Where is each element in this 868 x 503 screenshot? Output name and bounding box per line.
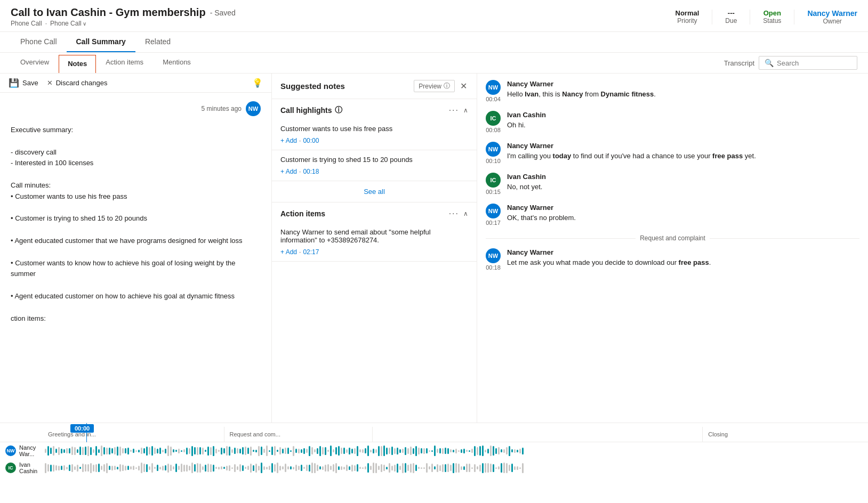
transcript-body-6: Nancy Warner Let me ask you what made yo…: [507, 248, 859, 271]
search-input[interactable]: [777, 59, 851, 67]
preview-badge[interactable]: Preview ⓘ: [414, 80, 455, 92]
transcript-meta-1: NW 00:04: [486, 80, 501, 102]
timeline-segments: Greetings and in... Request and com... C…: [43, 427, 868, 442]
bulb-icon[interactable]: 💡: [252, 78, 263, 87]
action-item-time-1[interactable]: 02:17: [303, 248, 319, 256]
meta-divider-1: [712, 10, 712, 25]
owner-label: Owner: [823, 18, 842, 25]
highlight-actions-1: + Add · 00:00: [280, 137, 468, 144]
save-button[interactable]: 💾 Save: [9, 78, 38, 88]
call-highlights-actions: ··· ∧: [449, 106, 468, 115]
transcript-meta-3: NW 00:10: [486, 142, 501, 164]
avatar-nancy-2: NW: [486, 142, 501, 157]
tab-call-summary[interactable]: Call Summary: [67, 32, 135, 52]
transcript-time-6: 00:18: [486, 264, 501, 271]
action-item-dot-1: ·: [299, 248, 301, 256]
timeline-current-time: 00:00: [70, 424, 94, 433]
call-highlights-more-button[interactable]: ···: [449, 106, 459, 115]
transcript-content: NW 00:04 Nancy Warner Hello Ivan, this i…: [477, 74, 868, 423]
call-highlights-title: Call highlights ⓘ: [280, 106, 342, 115]
transcript-time-1: 00:04: [486, 96, 501, 102]
tab-mentions[interactable]: Mentions: [153, 53, 200, 73]
top-navigation: Phone Call Call Summary Related: [0, 32, 868, 53]
avatar-nw: NW: [246, 101, 261, 116]
divider-line-right: [710, 238, 859, 239]
action-items-actions: ··· ∧: [449, 209, 468, 218]
highlight-item-2: Customer is trying to shed 15 to 20 poun…: [272, 150, 477, 181]
saved-status: - Saved: [210, 9, 236, 17]
timeline-area: 00:00 Greetings and in... Request and co…: [0, 423, 868, 492]
tab-overview[interactable]: Overview: [11, 53, 59, 73]
action-items-title: Action items: [280, 209, 325, 218]
save-icon: 💾: [9, 78, 19, 88]
action-items-label: Action items: [280, 209, 325, 218]
preview-info-icon: ⓘ: [444, 82, 450, 91]
due-meta: --- Due: [725, 9, 737, 25]
segment-request: Request and com...: [224, 427, 373, 442]
track-avatar-ivan: IC: [5, 463, 16, 473]
action-items-collapse-button[interactable]: ∧: [463, 210, 468, 217]
highlight-add-button-2[interactable]: + Add: [280, 168, 297, 175]
call-highlights-info-icon: ⓘ: [335, 106, 342, 115]
highlight-text-1: Customer wants to use his free pass: [280, 125, 468, 133]
transcript-message-1: NW 00:04 Nancy Warner Hello Ivan, this i…: [486, 80, 859, 102]
see-all-button[interactable]: See all: [272, 181, 477, 202]
waveform-nancy[interactable]: [43, 444, 868, 457]
call-highlights-header: Call highlights ⓘ ··· ∧: [272, 99, 477, 119]
transcript-time-4: 00:15: [486, 189, 501, 195]
tab-action-items[interactable]: Action items: [96, 53, 153, 73]
track-label-ivan: IC Ivan Cashin: [0, 461, 43, 474]
divider-label: Request and complaint: [640, 234, 705, 242]
status-meta: Open Status: [763, 9, 781, 25]
discard-button[interactable]: ✕ Discard changes: [47, 79, 108, 87]
tab-related[interactable]: Related: [135, 32, 180, 52]
highlight-time-2[interactable]: 00:18: [303, 168, 319, 175]
header: Call to Ivan Cashin - Gym membership - S…: [0, 0, 868, 32]
message-text-1: Hello Ivan, this is Nancy from Dynamic f…: [507, 89, 859, 100]
transcript-meta-2: IC 00:08: [486, 111, 501, 133]
waveform-track-nancy: NW Nancy War...: [0, 442, 868, 459]
speaker-name-2: Ivan Cashin: [507, 111, 859, 119]
discard-label: Discard changes: [56, 79, 108, 87]
speaker-name-6: Nancy Warner: [507, 248, 859, 256]
tab-notes[interactable]: Notes: [59, 55, 96, 73]
action-item-add-button-1[interactable]: + Add: [280, 248, 297, 256]
transcript-label: Transcript: [724, 59, 754, 67]
highlight-dot-1: ·: [299, 137, 301, 144]
message-text-3: I'm calling you today to find out if you…: [507, 151, 859, 161]
track-name-ivan: Ivan Cashin: [19, 461, 43, 474]
subtitle-dot: ·: [45, 20, 47, 27]
content-area: 💾 Save ✕ Discard changes 💡 5 minutes ago…: [0, 74, 868, 423]
highlight-time-1[interactable]: 00:00: [303, 137, 319, 144]
search-box[interactable]: 🔍: [759, 56, 857, 70]
timestamp-text: 5 minutes ago: [202, 105, 242, 112]
avatar-nancy-1: NW: [486, 80, 501, 95]
app-title: Call to Ivan Cashin - Gym membership - S…: [11, 6, 236, 19]
timeline-header: 00:00 Greetings and in... Request and co…: [0, 423, 868, 442]
toolbar-right: 💡: [252, 78, 263, 88]
suggested-notes-panel: Suggested notes Preview ⓘ ✕ Call highlig…: [272, 74, 477, 423]
page-title: Call to Ivan Cashin - Gym membership: [11, 6, 206, 19]
save-label: Save: [22, 79, 38, 87]
waveform-ivan[interactable]: [43, 461, 868, 474]
transcript-message-2: IC 00:08 Ivan Cashin Oh hi.: [486, 111, 859, 133]
subtitle-dropdown[interactable]: Phone Call ∨: [50, 20, 86, 27]
chevron-down-icon: ∨: [83, 21, 86, 27]
notes-text[interactable]: Executive summary: - discovery call - In…: [11, 125, 261, 324]
transcript-time-5: 00:17: [486, 220, 501, 226]
segment-closing: Closing: [703, 427, 868, 442]
transcript-message-3: NW 00:10 Nancy Warner I'm calling you to…: [486, 142, 859, 164]
transcript-body-5: Nancy Warner OK, that's no problem.: [507, 204, 859, 226]
action-items-more-button[interactable]: ···: [449, 209, 459, 218]
avatar-nancy-4: NW: [486, 248, 501, 263]
call-highlights-collapse-button[interactable]: ∧: [463, 107, 468, 114]
tab-phone-call[interactable]: Phone Call: [11, 32, 67, 52]
close-suggested-button[interactable]: ✕: [459, 80, 468, 92]
search-icon: 🔍: [765, 59, 774, 67]
highlight-add-button-1[interactable]: + Add: [280, 137, 297, 144]
highlight-item-1: Customer wants to use his free pass + Ad…: [272, 119, 477, 150]
notes-timestamp: 5 minutes ago NW: [11, 101, 261, 116]
avatar-nancy-3: NW: [486, 204, 501, 218]
track-avatar-nancy: NW: [5, 445, 16, 456]
highlight-dot-2: ·: [299, 168, 301, 175]
